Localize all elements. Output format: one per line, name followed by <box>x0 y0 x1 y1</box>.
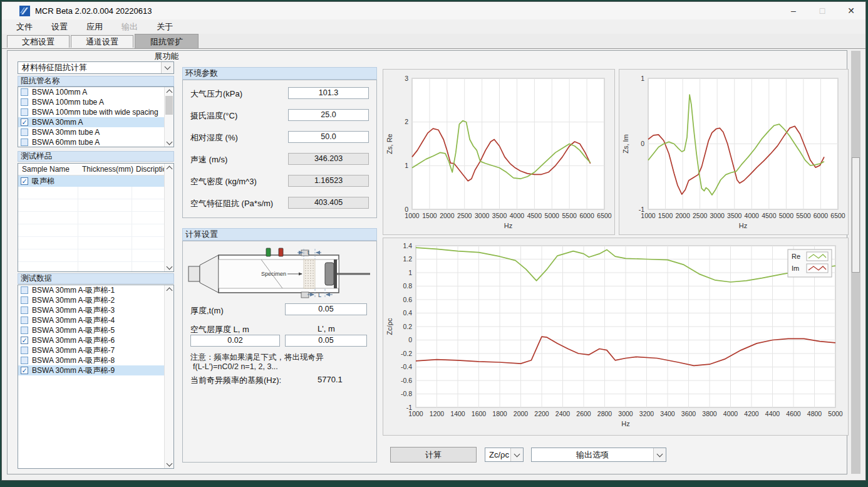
data-list: BSWA 30mm A-吸声棉-1BSWA 30mm A-吸声棉-2BSWA 3… <box>18 285 174 469</box>
checkbox[interactable] <box>21 327 28 334</box>
checkbox[interactable] <box>21 88 28 96</box>
empty-table-row <box>18 249 173 262</box>
checkbox[interactable]: ✓ <box>21 177 28 185</box>
checkbox[interactable] <box>21 128 28 136</box>
checkbox[interactable]: ✓ <box>21 118 28 126</box>
column-header: Sample Name <box>18 165 78 174</box>
svg-text:-0.8: -0.8 <box>401 390 412 397</box>
checkbox[interactable]: ✓ <box>21 337 28 344</box>
list-item[interactable]: BSWA 100mm A <box>18 87 173 97</box>
list-item[interactable]: BSWA 30mm A-吸声棉-7 <box>18 345 173 355</box>
tube-list-scrollbar[interactable] <box>164 87 173 147</box>
output-options-dropdown[interactable]: 输出选项 <box>531 448 666 462</box>
calc-type-dropdown-button[interactable] <box>161 62 173 73</box>
svg-text:0: 0 <box>408 336 412 343</box>
sample-section-header: 测试样品 <box>18 151 174 162</box>
svg-text:2000: 2000 <box>675 212 690 219</box>
app-icon <box>19 6 30 16</box>
air-layer-input[interactable]: 0.02 <box>190 335 280 347</box>
list-item-label: BSWA 60mm tube A <box>32 138 100 147</box>
list-item[interactable]: BSWA 30mm A-吸声棉-5 <box>18 325 173 335</box>
scroll-up-icon[interactable] <box>165 285 173 293</box>
svg-text:1.4: 1.4 <box>403 242 412 249</box>
svg-text:1000: 1000 <box>405 212 420 219</box>
list-item[interactable]: BSWA 100mm tube with wide spacing <box>18 107 173 117</box>
scroll-down-icon[interactable] <box>165 263 173 271</box>
calculate-button[interactable]: 计算 <box>390 447 477 463</box>
quantity-dropdown-button[interactable] <box>510 448 523 461</box>
tube-scrollbar-thumb[interactable] <box>165 96 173 115</box>
checkbox[interactable] <box>21 98 28 106</box>
checkbox[interactable] <box>21 357 28 364</box>
scroll-up-icon[interactable] <box>165 164 173 172</box>
svg-text:0: 0 <box>405 206 408 213</box>
list-item[interactable]: BSWA 100mm tube A <box>18 97 173 107</box>
thickness-label: 厚度,t(m) <box>190 305 224 317</box>
svg-text:3800: 3800 <box>702 410 717 417</box>
svg-text:4800: 4800 <box>807 410 822 417</box>
checkbox[interactable] <box>21 306 28 314</box>
svg-text:4000: 4000 <box>723 410 738 417</box>
column-header: Thickness(mm) <box>78 165 132 174</box>
title-bar: MCR Beta 2.02.0.004 20220613 – □ ✕ <box>2 2 865 19</box>
calculation-header: 计算设置 <box>182 228 377 241</box>
empty-table-row <box>18 262 173 272</box>
menu-item[interactable]: 关于 <box>147 20 182 34</box>
tab-channel-settings[interactable]: 通道设置 <box>71 35 133 48</box>
data-list-scrollbar[interactable] <box>164 285 173 468</box>
svg-text:1400: 1400 <box>450 410 465 417</box>
calc-type-dropdown[interactable]: 材料特征阻抗计算 <box>18 61 174 74</box>
list-item-label: BSWA 100mm tube A <box>32 98 104 107</box>
list-item[interactable]: BSWA 30mm A-吸声棉-2 <box>18 295 173 305</box>
checkbox[interactable] <box>21 108 28 116</box>
table-row[interactable]: ✓吸声棉 <box>18 175 173 187</box>
sample-table-scrollbar[interactable] <box>164 164 173 271</box>
svg-text:3000: 3000 <box>475 212 490 219</box>
close-button[interactable]: ✕ <box>837 2 865 19</box>
minimize-button[interactable]: – <box>779 2 808 19</box>
checkbox[interactable] <box>21 347 28 354</box>
svg-text:3000: 3000 <box>618 410 633 417</box>
menu-item[interactable]: 设置 <box>42 20 77 34</box>
output-options-dropdown-button[interactable] <box>653 448 666 461</box>
env-field-input[interactable]: 101.3 <box>288 87 369 99</box>
list-item[interactable]: BSWA 30mm A-吸声棉-3 <box>18 305 173 315</box>
list-item[interactable]: ✓BSWA 30mm A-吸声棉-9 <box>18 365 173 375</box>
svg-text:1.2: 1.2 <box>403 255 412 263</box>
scroll-down-icon[interactable] <box>165 460 173 468</box>
svg-text:2000: 2000 <box>514 410 529 417</box>
svg-text:4200: 4200 <box>744 410 759 417</box>
main-scrollbar[interactable] <box>851 51 860 474</box>
maximize-button[interactable]: □ <box>808 2 837 19</box>
list-item[interactable]: BSWA 60mm tube A <box>18 137 173 147</box>
menu-item[interactable]: 文件 <box>7 20 42 34</box>
env-field-input[interactable]: 50.0 <box>288 131 369 143</box>
list-item[interactable]: BSWA 30mm A-吸声棉-4 <box>18 315 173 325</box>
checkbox[interactable] <box>21 286 28 294</box>
checkbox[interactable] <box>21 317 28 324</box>
env-field-input[interactable]: 25.0 <box>288 109 369 121</box>
tab-document-settings[interactable]: 文档设置 <box>7 35 70 48</box>
list-item[interactable]: ✓BSWA 30mm A <box>18 117 173 127</box>
checkbox[interactable] <box>21 139 28 146</box>
list-item[interactable]: BSWA 30mm tube A <box>18 127 173 137</box>
list-item[interactable]: BSWA 30mm A-吸声棉-1 <box>18 285 173 295</box>
main-scrollbar-thumb[interactable] <box>852 157 860 273</box>
sample-table: Sample NameThickness(mm)Discription✓吸声棉 <box>18 163 174 272</box>
svg-text:5000: 5000 <box>828 410 843 417</box>
list-item-label: BSWA 30mm A-吸声棉-9 <box>32 365 115 376</box>
list-item[interactable]: BSWA 30mm A-吸声棉-8 <box>18 355 173 365</box>
menu-item[interactable]: 应用 <box>77 20 112 34</box>
air-layer-prime-input[interactable]: 0.05 <box>285 335 367 347</box>
thickness-input[interactable]: 0.05 <box>285 303 367 315</box>
checkbox[interactable] <box>21 296 28 304</box>
list-item[interactable]: ✓BSWA 30mm A-吸声棉-6 <box>18 335 173 345</box>
scroll-up-icon[interactable] <box>165 87 173 95</box>
scroll-down-icon[interactable] <box>165 139 173 147</box>
svg-text:2600: 2600 <box>576 410 591 417</box>
data-section-header: 测试数据 <box>18 273 174 284</box>
quantity-dropdown[interactable]: Zc/ρc <box>485 448 524 462</box>
menu-item: 输出 <box>112 20 147 34</box>
checkbox[interactable]: ✓ <box>21 367 28 374</box>
tab-impedance-tube-extension[interactable]: 阻抗管扩展功能 <box>135 34 199 48</box>
